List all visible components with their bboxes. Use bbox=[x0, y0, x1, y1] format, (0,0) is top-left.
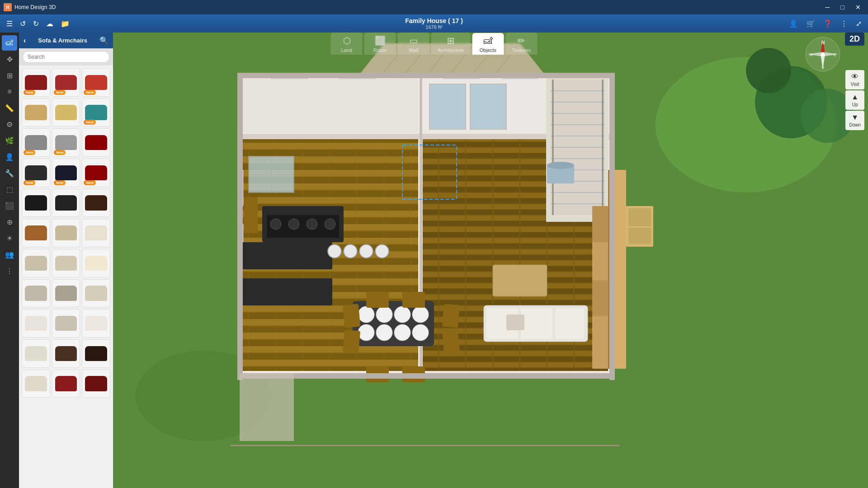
sofa-item-30[interactable] bbox=[82, 339, 110, 368]
sofa-item-16[interactable] bbox=[22, 219, 50, 247]
textures-icon: ✏ bbox=[518, 35, 525, 46]
sofa-item-24[interactable] bbox=[82, 279, 110, 308]
sidebar-item-tools[interactable]: 🔧 bbox=[2, 165, 17, 181]
sofa-item-4[interactable] bbox=[22, 99, 50, 127]
sidebar-item-grid[interactable]: ⊞ bbox=[2, 68, 17, 83]
svg-point-70 bbox=[376, 324, 392, 341]
sofa-item-2[interactable]: New bbox=[52, 68, 80, 97]
more-options-icon[interactable]: ⋮ bbox=[838, 18, 850, 30]
sidebar-item-sofas[interactable]: 🛋 bbox=[2, 35, 17, 51]
svg-rect-97 bbox=[429, 84, 466, 129]
svg-marker-110 bbox=[240, 373, 294, 441]
folder-button[interactable]: 📁 bbox=[58, 18, 72, 30]
tab-objects[interactable]: 🛋 Objects bbox=[472, 33, 504, 55]
close-button[interactable]: ✕ bbox=[852, 3, 864, 12]
app-title: Home Design 3D bbox=[14, 4, 56, 10]
room-icon: ⬜ bbox=[374, 35, 386, 46]
minimize-button[interactable]: ─ bbox=[822, 3, 834, 12]
sidebar-item-stairs[interactable]: ⬛ bbox=[2, 198, 17, 213]
svg-rect-96 bbox=[628, 228, 651, 244]
down-button[interactable]: ▼ Down bbox=[845, 111, 864, 130]
sofa-item-22[interactable] bbox=[22, 279, 50, 308]
tab-architecture[interactable]: ⊞ Architecture bbox=[431, 33, 471, 55]
svg-rect-74 bbox=[343, 330, 360, 354]
svg-rect-89 bbox=[592, 243, 608, 279]
undo-button[interactable]: ↺ bbox=[17, 18, 28, 30]
svg-rect-98 bbox=[470, 84, 506, 129]
tab-architecture-label: Architecture bbox=[438, 47, 464, 53]
visit-button[interactable]: 👁 Visit bbox=[845, 70, 864, 89]
sofa-item-6[interactable]: New bbox=[82, 99, 110, 127]
sofa-item-1[interactable]: New bbox=[22, 68, 50, 97]
sofa-item-5[interactable] bbox=[52, 99, 80, 127]
sofa-item-26[interactable] bbox=[52, 309, 80, 338]
sidebar-item-move[interactable]: ✥ bbox=[2, 52, 17, 67]
main-viewport[interactable] bbox=[113, 33, 868, 488]
sofa-item-7[interactable]: New bbox=[22, 128, 50, 157]
sofa-item-28[interactable] bbox=[22, 339, 50, 368]
sofa-item-11[interactable]: New bbox=[52, 159, 80, 187]
category-panel: ‹ Sofa & Armchairs 🔍 New New New New bbox=[19, 33, 113, 488]
svg-rect-77 bbox=[366, 292, 389, 308]
tab-textures[interactable]: ✏ Textures bbox=[505, 33, 537, 55]
sidebar-item-settings[interactable]: ⚙ bbox=[2, 117, 17, 132]
sofa-item-33[interactable] bbox=[82, 370, 110, 398]
sofa-item-13[interactable] bbox=[22, 189, 50, 217]
sidebar-item-group[interactable]: ⊕ bbox=[2, 214, 17, 230]
main-toolbar: ☰ ↺ ↻ ☁ 📁 Family House ( 17 ) 1676 ft² 👤… bbox=[0, 14, 868, 33]
maximize-button[interactable]: □ bbox=[837, 3, 848, 12]
tab-wall[interactable]: ▭ Wall bbox=[398, 33, 429, 55]
up-button[interactable]: ▲ Up bbox=[845, 90, 864, 110]
svg-point-63 bbox=[375, 244, 389, 258]
view-2d-button[interactable]: 2D bbox=[845, 33, 864, 46]
sidebar-item-person[interactable]: 👤 bbox=[2, 149, 17, 164]
tab-land[interactable]: ⬡ Land bbox=[331, 33, 363, 55]
sofa-item-9[interactable] bbox=[82, 128, 110, 157]
cloud-button[interactable]: ☁ bbox=[43, 18, 56, 30]
svg-point-67 bbox=[394, 306, 410, 323]
sofa-item-19[interactable] bbox=[22, 249, 50, 277]
west-label: W bbox=[809, 52, 813, 57]
sidebar-item-sun[interactable]: ☀ bbox=[2, 230, 17, 246]
cart-icon[interactable]: 🛒 bbox=[803, 18, 818, 30]
title-bar: H Home Design 3D ─ □ ✕ bbox=[0, 0, 868, 14]
svg-rect-95 bbox=[628, 208, 651, 226]
back-button[interactable]: ‹ bbox=[24, 37, 26, 45]
sofa-item-29[interactable] bbox=[52, 339, 80, 368]
sofa-item-14[interactable] bbox=[52, 189, 80, 217]
sofa-item-21[interactable] bbox=[82, 249, 110, 277]
tab-room-label: Room bbox=[373, 47, 387, 53]
sidebar-item-more[interactable]: ⋮ bbox=[2, 263, 17, 278]
search-toggle-button[interactable]: 🔍 bbox=[99, 36, 108, 45]
redo-button[interactable]: ↻ bbox=[30, 18, 42, 30]
sofa-item-27[interactable] bbox=[82, 309, 110, 338]
sofa-item-32[interactable] bbox=[52, 370, 80, 398]
sidebar-item-measure[interactable]: 📏 bbox=[2, 100, 17, 116]
user-icon[interactable]: 👤 bbox=[786, 18, 801, 30]
sofa-item-3[interactable]: New bbox=[82, 68, 110, 97]
sofa-item-20[interactable] bbox=[52, 249, 80, 277]
menu-button[interactable]: ☰ bbox=[4, 18, 15, 30]
search-input[interactable] bbox=[23, 51, 109, 63]
sofa-item-25[interactable] bbox=[22, 309, 50, 338]
sofa-item-15[interactable] bbox=[82, 189, 110, 217]
tab-room[interactable]: ⬜ Room bbox=[364, 33, 396, 55]
land-icon: ⬡ bbox=[343, 35, 350, 46]
sidebar-item-people[interactable]: 👥 bbox=[2, 247, 17, 262]
svg-point-72 bbox=[412, 324, 429, 341]
sofa-item-17[interactable] bbox=[52, 219, 80, 247]
sidebar-item-layers[interactable]: ≡ bbox=[2, 84, 17, 99]
sofa-item-12[interactable]: New bbox=[82, 159, 110, 187]
help-icon[interactable]: ❓ bbox=[821, 18, 835, 30]
fullscreen-icon[interactable]: ⤢ bbox=[853, 18, 864, 30]
sofa-item-8[interactable]: New bbox=[52, 128, 80, 157]
svg-rect-86 bbox=[493, 265, 547, 296]
sofa-item-10[interactable]: New bbox=[22, 159, 50, 187]
sidebar-item-plants[interactable]: 🌿 bbox=[2, 133, 17, 148]
sidebar-item-fence[interactable]: ⬚ bbox=[2, 182, 17, 197]
sofa-item-23[interactable] bbox=[52, 279, 80, 308]
sofa-item-18[interactable] bbox=[82, 219, 110, 247]
sofa-item-31[interactable] bbox=[22, 370, 50, 398]
svg-point-117 bbox=[821, 52, 825, 56]
floorplan-svg bbox=[113, 33, 868, 488]
